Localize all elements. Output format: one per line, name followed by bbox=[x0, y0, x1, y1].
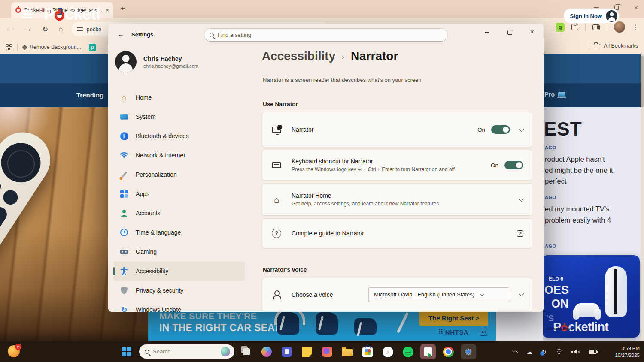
sidebar-item-windows-update[interactable]: ↻ Windows Update bbox=[113, 300, 245, 312]
sidebar-item-apps[interactable]: Apps bbox=[113, 184, 245, 203]
settings-window-title: Settings bbox=[131, 31, 153, 38]
article-headline[interactable]: roduct Apple hasn't ed might be the one … bbox=[545, 154, 613, 187]
home-icon[interactable]: ⌂ bbox=[58, 25, 63, 33]
volume-muted-icon[interactable]: × bbox=[571, 350, 580, 354]
sidebar-item-bluetooth[interactable]: ᛒ Bluetooth & devices bbox=[113, 127, 245, 145]
chevron-down-icon[interactable] bbox=[519, 291, 524, 296]
car-seat-ad-banner[interactable]: MAKE SURE THEY'RE IN THE RIGHT CAR SEAT … bbox=[148, 308, 496, 341]
file-explorer-icon[interactable] bbox=[340, 344, 355, 359]
taskbar-search[interactable] bbox=[139, 344, 234, 359]
account-block[interactable]: Chris Hachey chris.hachey@gmail.com bbox=[115, 51, 199, 72]
breadcrumb-separator-icon: › bbox=[342, 51, 344, 61]
sync-icon[interactable]: ↻ bbox=[541, 349, 547, 355]
extensions-puzzle-icon[interactable] bbox=[571, 24, 578, 30]
new-tab-button[interactable]: + bbox=[121, 4, 125, 13]
task-view-icon[interactable] bbox=[239, 344, 254, 359]
right-seat-button[interactable]: The Right Seat > bbox=[419, 310, 488, 326]
bookmark-photopea-icon[interactable]: p bbox=[89, 44, 96, 51]
chevron-down-icon[interactable] bbox=[519, 126, 524, 132]
teams-icon[interactable] bbox=[279, 344, 295, 359]
back-icon[interactable]: ← bbox=[7, 25, 14, 33]
home-icon: ⌂ bbox=[119, 93, 129, 102]
apps-grid-icon[interactable] bbox=[6, 44, 12, 50]
tab-close-icon[interactable]: × bbox=[106, 7, 109, 13]
ad-choices-icon[interactable]: Ad bbox=[480, 329, 487, 336]
external-link-icon[interactable]: ↗ bbox=[517, 230, 523, 237]
pocketlint-logo[interactable]: P cketl bbox=[44, 5, 100, 24]
scrollbar-thumb[interactable] bbox=[641, 56, 644, 107]
spotify-icon[interactable] bbox=[400, 344, 416, 359]
sidebar-item-system[interactable]: System bbox=[113, 107, 245, 126]
close-icon[interactable]: × bbox=[634, 4, 638, 11]
chrome-icon[interactable] bbox=[440, 344, 456, 359]
accessibility-icon bbox=[119, 266, 129, 276]
page-scrollbar[interactable] bbox=[641, 54, 644, 341]
breadcrumb-accessibility[interactable]: Accessibility bbox=[262, 49, 335, 63]
sidebar-item-personalization[interactable]: Personalization bbox=[113, 165, 245, 184]
active-document-icon[interactable] bbox=[420, 344, 436, 359]
microsoft-store-icon[interactable] bbox=[360, 344, 375, 359]
settings-gear-icon[interactable]: ⚙ bbox=[461, 344, 476, 359]
browser-menu-icon[interactable]: ⋮ bbox=[632, 23, 639, 31]
browser-profile-avatar[interactable] bbox=[614, 21, 625, 33]
sidebar-item-time-language[interactable]: Time & language bbox=[113, 223, 245, 242]
sidebar-item-privacy[interactable]: Privacy & security bbox=[113, 281, 245, 300]
site-settings-icon[interactable] bbox=[77, 27, 83, 32]
account-avatar bbox=[115, 51, 137, 72]
search-highlight-icon bbox=[221, 347, 230, 356]
narrator-icon bbox=[271, 127, 282, 133]
widgets-weather-icon[interactable]: 2 bbox=[8, 345, 20, 357]
wifi-icon[interactable] bbox=[555, 349, 563, 355]
shortcut-toggle[interactable] bbox=[504, 161, 523, 169]
taskbar-search-input[interactable] bbox=[153, 348, 213, 355]
grammarly-extension-icon[interactable]: g bbox=[556, 23, 565, 32]
shield-icon bbox=[119, 286, 129, 295]
sidebar-item-home[interactable]: ⌂ Home bbox=[113, 88, 245, 107]
complete-guide-row[interactable]: ? Complete guide to Narrator ↗ bbox=[262, 218, 532, 248]
sidebar-item-accessibility[interactable]: Accessibility bbox=[113, 262, 245, 281]
taskbar-clock[interactable]: 3:59 PM 10/27/2025 bbox=[615, 345, 640, 359]
page-description: Narrator is a screen reader that describ… bbox=[263, 77, 423, 83]
sidebar-item-accounts[interactable]: Accounts bbox=[113, 204, 245, 223]
onedrive-cloud-icon[interactable]: ☁ bbox=[526, 349, 533, 355]
divider bbox=[590, 42, 590, 50]
battery-icon[interactable] bbox=[589, 350, 597, 354]
forward-icon[interactable]: → bbox=[24, 25, 32, 33]
choose-voice-row[interactable]: Choose a voice Microsoft David - English… bbox=[262, 278, 532, 311]
article-headline[interactable]: ed my mounted TV's problem easily with 4 bbox=[545, 204, 611, 226]
narrator-home-row[interactable]: ⌂ Narrator Home Get help, access setting… bbox=[262, 183, 532, 216]
breadcrumb: Accessibility › Narrator bbox=[262, 49, 398, 63]
reload-icon[interactable]: ↻ bbox=[42, 25, 48, 34]
voice-dropdown[interactable]: Microsoft David - English (United States… bbox=[368, 287, 510, 302]
narrator-toggle[interactable] bbox=[491, 125, 510, 134]
minimize-icon[interactable] bbox=[594, 7, 599, 8]
sign-in-button[interactable]: Sign In Now bbox=[564, 9, 619, 23]
pro-link[interactable]: Pro bbox=[544, 91, 565, 98]
trending-link[interactable]: Trending bbox=[76, 91, 103, 99]
system-tray: ☁ ↻ × bbox=[514, 341, 597, 362]
itunes-icon[interactable]: ♪ bbox=[380, 344, 395, 359]
bookmark-remove-background[interactable]: Remove Backgroun... bbox=[23, 44, 81, 50]
sidebar-item-network[interactable]: Network & internet bbox=[113, 146, 245, 165]
notification-badge: 2 bbox=[15, 344, 21, 350]
copilot-icon[interactable] bbox=[259, 344, 274, 359]
section-narrators-voice: Narrator's voice bbox=[263, 266, 307, 273]
keyboard-shortcut-row[interactable]: Keyboard shortcut for Narrator Press the… bbox=[262, 150, 532, 181]
sidebar-item-gaming[interactable]: Gaming bbox=[113, 242, 245, 261]
microsoft-365-icon[interactable] bbox=[319, 344, 335, 359]
laptop-icon bbox=[558, 92, 565, 97]
remote-clickpad bbox=[0, 136, 48, 190]
narrator-row[interactable]: Narrator On bbox=[262, 112, 532, 147]
hamburger-menu-icon[interactable] bbox=[21, 10, 33, 18]
start-button[interactable] bbox=[122, 347, 131, 356]
latest-heading: EST bbox=[544, 118, 582, 140]
side-panel-icon[interactable] bbox=[592, 24, 600, 30]
settings-back-icon[interactable]: ← bbox=[118, 30, 124, 38]
sticky-notes-icon[interactable] bbox=[299, 344, 315, 359]
all-bookmarks[interactable]: All Bookmarks bbox=[590, 42, 638, 50]
chevron-down-icon[interactable] bbox=[519, 196, 524, 202]
shortcut-state: On bbox=[491, 162, 498, 169]
ps5-advertisement[interactable]: ELD 6 OES ON 'S P cketlint Advertisement bbox=[543, 255, 640, 338]
system-icon bbox=[119, 112, 129, 121]
tray-overflow-icon[interactable] bbox=[513, 350, 518, 355]
